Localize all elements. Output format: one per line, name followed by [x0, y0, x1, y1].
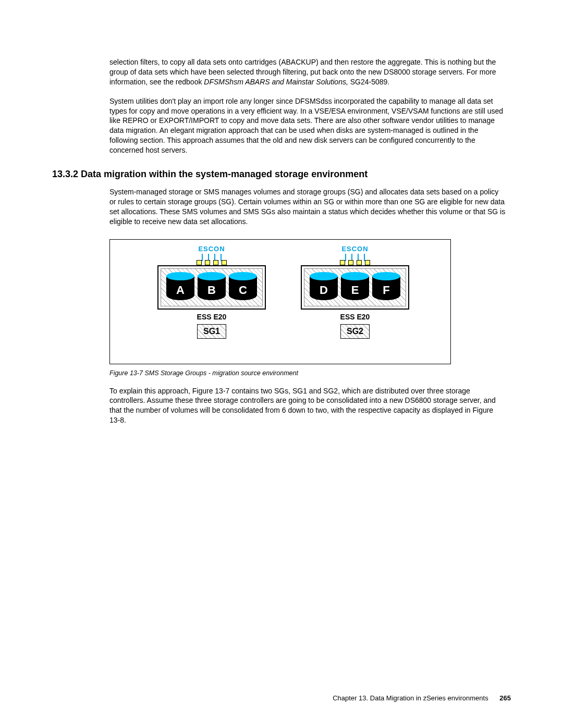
- ess-box-right: D E F: [301, 265, 409, 310]
- page: selection filters, to copy all data sets…: [0, 0, 563, 728]
- port-icon: [357, 260, 362, 265]
- para2-text: System utilities don't play an import ro…: [109, 96, 506, 155]
- disk-f: F: [372, 272, 400, 302]
- paragraph-4: To explain this approach, Figure 13-7 co…: [109, 386, 506, 426]
- ports-left: [146, 260, 277, 265]
- port-icon: [365, 260, 370, 265]
- ess-caption-right: ESS E20: [290, 313, 420, 321]
- port-icon: [348, 260, 353, 265]
- disk-c: C: [229, 272, 257, 302]
- port-icon: [197, 260, 202, 265]
- disk-a: A: [166, 272, 194, 302]
- disk-b: B: [198, 272, 226, 302]
- para1-italic: DFSMShsm ABARS and Mainstar Solutions,: [204, 78, 350, 86]
- ess-right-group: ESCON: [290, 245, 420, 339]
- figure-13-7: ESCON: [109, 239, 511, 364]
- ess-caption-left: ESS E20: [146, 313, 277, 321]
- escon-line: [202, 254, 203, 261]
- escon-label-left: ESCON: [146, 245, 277, 253]
- page-footer: Chapter 13. Data Migration in zSeries en…: [333, 694, 511, 702]
- footer-chapter: Chapter 13. Data Migration in zSeries en…: [333, 694, 488, 702]
- sg1-label: SG1: [203, 327, 220, 336]
- escon-line: [345, 254, 346, 261]
- disk-label: F: [372, 283, 400, 297]
- disk-label: C: [229, 283, 257, 297]
- port-icon: [222, 260, 227, 265]
- disk-e: E: [341, 272, 369, 302]
- disk-label: D: [310, 283, 338, 297]
- port-icon: [205, 260, 210, 265]
- port-icon: [340, 260, 345, 265]
- ess-box-left: A B C: [157, 265, 266, 310]
- sg2-label: SG2: [347, 327, 363, 336]
- disk-label: E: [341, 283, 369, 297]
- section-heading: 13.3.2 Data migration within the system-…: [52, 169, 511, 180]
- para4-text: To explain this approach, Figure 13-7 co…: [109, 386, 506, 426]
- sg2-box: SG2: [340, 324, 370, 339]
- page-number: 265: [499, 694, 511, 702]
- ports-right: [290, 260, 420, 265]
- ess-left-group: ESCON: [146, 245, 277, 339]
- para1-tail: SG24-5089.: [350, 78, 390, 86]
- escon-label-right: ESCON: [290, 245, 420, 253]
- figure-caption: Figure 13-7 SMS Storage Groups - migrati…: [109, 369, 511, 377]
- disk-label: B: [198, 283, 226, 297]
- port-icon: [213, 260, 218, 265]
- para3-text: System-managed storage or SMS manages vo…: [109, 187, 506, 227]
- paragraph-1: selection filters, to copy all data sets…: [109, 57, 506, 155]
- disk-label: A: [166, 283, 194, 297]
- disk-d: D: [310, 272, 338, 302]
- figure-box: ESCON: [109, 239, 451, 364]
- paragraph-3: System-managed storage or SMS manages vo…: [109, 187, 506, 227]
- sg1-box: SG1: [197, 324, 226, 339]
